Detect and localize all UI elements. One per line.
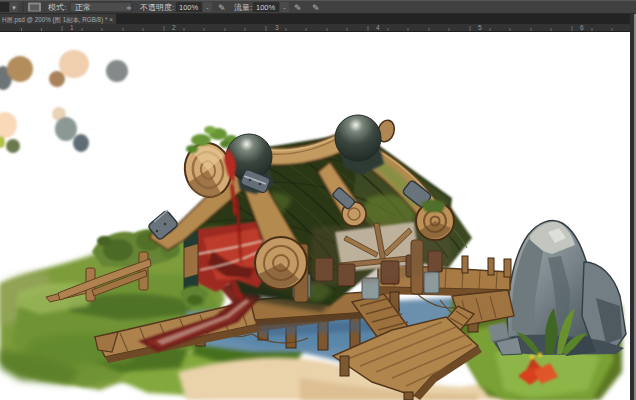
svg-text:▾: ▾ [12, 4, 16, 11]
svg-text:6: 6 [580, 24, 584, 31]
svg-text:✎: ✎ [218, 3, 226, 13]
svg-text:正常: 正常 [75, 3, 91, 12]
svg-text:3: 3 [275, 24, 279, 31]
svg-text:2: 2 [172, 24, 176, 31]
svg-text:✎: ✎ [312, 3, 320, 13]
svg-text:5: 5 [478, 24, 482, 31]
svg-text:≑: ≑ [126, 4, 132, 11]
svg-text:4: 4 [376, 24, 380, 31]
svg-text:100%: 100% [179, 3, 199, 12]
svg-text:✎: ✎ [294, 3, 302, 13]
svg-text:1: 1 [70, 24, 74, 31]
svg-text:不透明度:: 不透明度: [140, 3, 174, 12]
svg-text:100%: 100% [256, 3, 276, 12]
svg-text:流量:: 流量: [234, 3, 252, 12]
svg-text:模式:: 模式: [48, 3, 66, 12]
svg-text:H层.psd @ 200% (图 1副本, RGB/8) *: H层.psd @ 200% (图 1副本, RGB/8) * × [2, 16, 113, 24]
